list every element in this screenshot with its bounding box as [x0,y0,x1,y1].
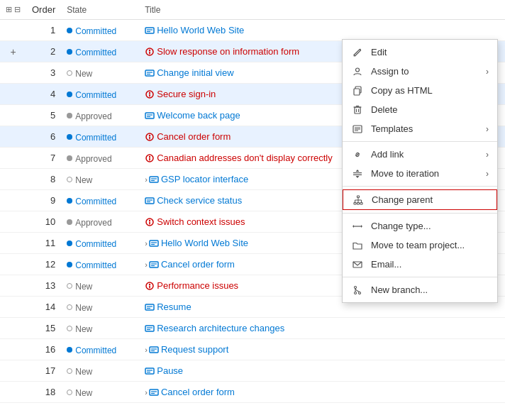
menu-item-new_branch[interactable]: New branch... [343,280,497,299]
svg-point-54 [356,68,360,72]
work-item-title[interactable]: Secure sign-in [157,89,216,99]
work-item-title[interactable]: Performance issues [157,280,238,291]
add-row-icon[interactable]: + [10,46,16,57]
row-order-cell: 6 [26,126,61,148]
svg-rect-71 [357,196,360,198]
state-dot-icon [67,304,72,310]
move-icon [353,169,365,179]
state-label: New [75,68,92,78]
work-item-title[interactable]: Switch context issues [157,216,245,227]
bug-icon [145,47,155,57]
menu-item-label: Move to team project... [371,240,465,250]
expand-chevron-icon[interactable]: › [145,260,148,269]
menu-item-move_iteration[interactable]: Move to iteration› [343,164,497,183]
row-add-cell [0,126,26,148]
state-label: New [75,366,92,376]
row-order-cell: 12 [26,254,61,275]
row-title-cell: Research architecture changes [139,318,483,339]
row-context-menu-cell [483,20,505,41]
state-dot-icon [67,28,72,33]
row-order-cell: 18 [26,382,61,403]
svg-rect-11 [149,94,150,97]
row-add-cell [0,190,26,211]
svg-point-19 [149,156,150,158]
menu-item-edit[interactable]: Edit [343,43,497,62]
row-title-cell: Hello World Web Site [139,20,483,41]
row-order-cell: 7 [26,148,61,169]
work-item-title[interactable]: Request support [161,344,228,355]
row-add-cell [0,275,26,297]
expand-all-icon[interactable]: ⊞ [6,5,12,14]
expand-chevron-icon[interactable]: › [145,175,148,184]
work-item-title[interactable]: Cancel order form [157,131,231,142]
menu-item-label: Move to iteration [371,168,439,179]
menu-item-delete[interactable]: Delete [343,100,497,119]
work-item-title[interactable]: Welcome back page [157,110,240,121]
state-label: Approved [75,153,111,163]
menu-divider [343,186,497,187]
task-icon [149,238,159,248]
col-header-title: Title [139,0,483,20]
bug-icon [145,132,155,142]
email-icon [353,260,365,270]
expand-chevron-icon[interactable]: › [145,346,148,354]
order-header-label: Order [32,4,55,15]
expand-chevron-icon[interactable]: › [145,388,148,397]
work-item-title[interactable]: Canadian addresses don't display correct… [157,153,332,163]
row-state-cell: New [61,360,139,382]
svg-point-86 [359,292,361,294]
state-dot-icon [67,113,72,118]
menu-item-label: Add link [371,149,404,160]
svg-rect-29 [149,222,150,225]
state-label: New [75,175,92,184]
state-label: Committed [75,26,116,35]
row-order-cell: 4 [26,84,61,105]
state-label: Committed [75,196,116,206]
work-item-title[interactable]: Research architecture changes [157,323,284,333]
work-item-title[interactable]: Hello World Web Site [157,25,244,35]
state-dot-icon [67,368,72,374]
work-item-title[interactable]: Slow response on information form [157,46,299,57]
menu-item-move_project[interactable]: Move to team project... [343,236,497,255]
work-item-title[interactable]: Cancel order form [161,387,235,397]
row-state-cell: New [61,297,139,318]
state-label: Committed [75,260,116,270]
context-menu: EditAssign to›Copy as HTMLDeleteTemplate… [342,39,498,303]
svg-rect-5 [149,52,150,55]
task-icon [145,68,155,78]
menu-item-label: Edit [371,47,387,57]
menu-item-change_parent[interactable]: Change parent [343,189,497,210]
menu-item-change_type[interactable]: Change type... [343,216,497,236]
expand-chevron-icon[interactable]: › [145,239,148,248]
state-dot-icon [67,389,72,395]
task-icon [145,302,155,312]
work-item-title[interactable]: Resume [157,302,191,312]
menu-item-add_link[interactable]: Add link› [343,145,497,164]
menu-item-copy_html[interactable]: Copy as HTML [343,81,497,100]
work-item-title[interactable]: Check service status [157,195,242,206]
svg-point-37 [149,284,150,285]
work-item-title[interactable]: GSP locator interface [161,174,248,184]
svg-marker-70 [356,176,360,178]
table-row: 1CommittedHello World Web Site [0,20,505,41]
row-order-cell: 16 [26,339,61,360]
menu-item-assign_to[interactable]: Assign to› [343,62,497,81]
work-item-title[interactable]: Cancel order form [161,259,235,270]
svg-rect-57 [355,107,360,114]
row-state-cell: Committed [61,254,139,275]
state-label: Committed [75,132,116,142]
svg-line-66 [357,153,359,155]
svg-rect-42 [145,326,154,331]
work-item-title[interactable]: Pause [157,365,183,376]
bug-icon [145,89,155,99]
menu-item-email[interactable]: Email... [343,255,497,274]
state-header-label: State [67,5,87,15]
row-add-cell [0,382,26,403]
work-item-title[interactable]: Change initial view [157,67,233,78]
work-item-title[interactable]: Hello World Web Site [161,238,248,248]
state-label: Committed [75,345,116,355]
svg-marker-81 [361,225,362,228]
menu-item-templates[interactable]: Templates› [343,119,497,138]
collapse-all-icon[interactable]: ⊟ [14,5,21,14]
table-header-row: ⊞ ⊟ Order State Title [0,0,505,20]
